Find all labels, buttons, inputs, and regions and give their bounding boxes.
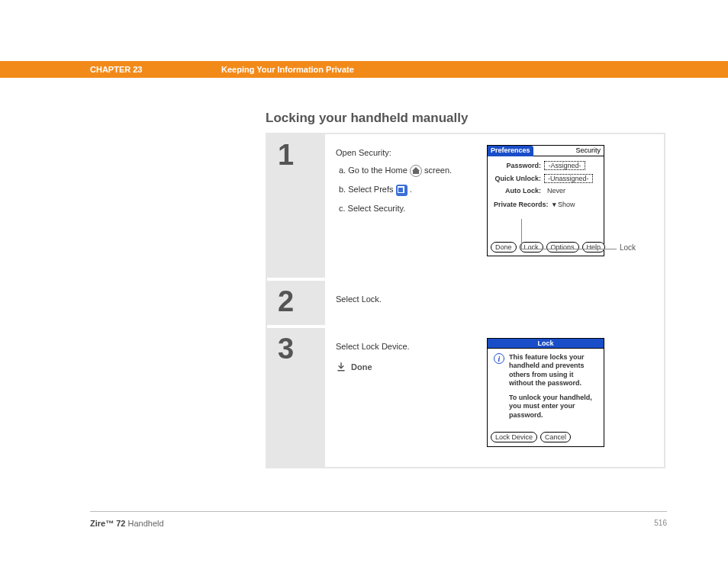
prefs-titlebar-right: Security [533,146,604,156]
prefs-btn-done: Done [491,242,517,253]
lock-msg-1: This feature locks your handheld and pre… [509,353,598,388]
step-number: 1 [267,134,325,278]
done-arrow-icon [336,362,346,372]
prefs-auto-label: Auto Lock: [494,187,544,195]
section-title: Locking your handheld manually [266,111,468,126]
step-row: 2 Select Lock. [267,281,664,328]
done-label: Done [351,362,372,372]
chapter-header: CHAPTER 23 Keeping Your Information Priv… [0,61,728,78]
step-body: Open Security: a. Go to the Home screen.… [325,134,664,278]
prefs-titlebar-left: Preferences [488,146,533,156]
lock-btn-cancel: Cancel [540,432,571,442]
prefs-password-value: -Assigned- [544,161,585,170]
callout-line [521,249,617,249]
callout-label: Lock [620,243,636,252]
chapter-label: CHAPTER 23 [90,65,142,74]
prefs-auto-value: Never [544,187,585,195]
sub-step-text: . [410,185,412,194]
prefs-private-label: Private Records: [494,201,549,208]
prefs-btn-lock: Lock [520,242,543,253]
footer-rule [90,511,667,512]
chapter-title: Keeping Your Information Private [221,65,354,74]
step-row: 1 Open Security: a. Go to the Home scree… [267,134,664,281]
callout-line-v [521,219,522,249]
prefs-quick-label: Quick Unlock: [494,175,544,182]
sub-step-text: b. Select Prefs [339,185,396,194]
prefs-btn-help: Help [582,242,606,253]
prefs-quick-value: -Unassigned- [544,174,593,183]
sub-step-text: a. Go to the Home [339,166,410,175]
prefs-password-label: Password: [494,162,544,169]
palm-prefs-screenshot: Preferences Security Password: -Assigned… [487,145,604,256]
footer-product-rest: Handheld [125,519,163,528]
step-row: 3 Select Lock Device. Done Lock i This f… [267,328,664,467]
sub-step-text: screen. [424,166,452,175]
prefs-private-row: Private Records: ▾ Show [494,201,598,208]
footer-product-bold: Zire™ 72 [90,519,125,528]
lock-btn-lockdevice: Lock Device [491,432,537,442]
prefs-icon [396,185,407,196]
lock-msg-2: To unlock your handheld, you must enter … [509,394,598,420]
step-number: 3 [267,328,325,467]
steps-container: 1 Open Security: a. Go to the Home scree… [266,133,665,468]
step-body: Select Lock Device. Done Lock i This fea… [325,328,664,467]
footer-page-number: 516 [654,519,667,527]
home-icon [410,165,422,177]
footer-product: Zire™ 72 Handheld [90,519,164,528]
step-body: Select Lock. [325,281,664,325]
step-lead: Select Lock. [336,294,653,304]
step-number: 2 [267,281,325,325]
info-icon: i [494,353,504,364]
palm-lock-screenshot: Lock i This feature locks your handheld … [487,338,604,447]
lock-titlebar: Lock [488,339,604,349]
prefs-btn-options: Options [546,242,579,253]
prefs-private-value: Show [558,201,575,208]
